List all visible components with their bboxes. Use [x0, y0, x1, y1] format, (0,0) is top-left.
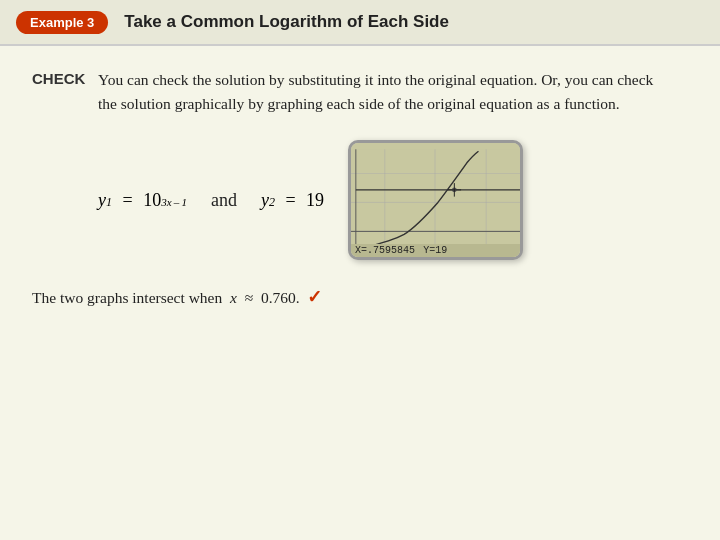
main-content: CHECK You can check the solution by subs…	[0, 46, 720, 327]
y2-subscript: 2	[269, 195, 275, 210]
footer-text: The two graphs intersect when x ≈ 0.760.…	[32, 284, 688, 311]
footer-text-before: The two graphs intersect when	[32, 289, 222, 306]
exponent-text: 3x – 1	[161, 196, 187, 208]
footer-x-var: x	[230, 289, 237, 306]
check-row: CHECK You can check the solution by subs…	[32, 68, 688, 116]
y2-value: 19	[306, 190, 324, 211]
y1-var: y	[98, 190, 106, 211]
y2-equation: y2 = 19	[261, 190, 324, 211]
calc-graph-svg	[351, 143, 520, 257]
check-text: You can check the solution by substituti…	[98, 68, 658, 116]
y1-subscript: 1	[106, 195, 112, 210]
base-ten: 10	[143, 190, 161, 211]
equation-block: y1 = 103x – 1 and y2 = 19	[98, 190, 324, 211]
header-title: Take a Common Logarithm of Each Side	[124, 12, 449, 32]
page: Example 3 Take a Common Logarithm of Eac…	[0, 0, 720, 540]
check-label: CHECK	[32, 68, 86, 87]
equation-graph-row: y1 = 103x – 1 and y2 = 19	[98, 140, 688, 260]
and-text: and	[211, 190, 237, 211]
eq-equals-1: =	[118, 190, 137, 211]
calculator-screen: X=.7595845 Y=19	[348, 140, 523, 260]
calc-screen-inner: X=.7595845 Y=19	[351, 143, 520, 257]
y1-equation: y1 = 103x – 1	[98, 190, 187, 211]
x-coord: X=.7595845	[355, 245, 415, 256]
y2-var: y	[261, 190, 269, 211]
calc-status-bar: X=.7595845 Y=19	[351, 244, 520, 257]
footer-approx: ≈	[245, 289, 254, 306]
header-bar: Example 3 Take a Common Logarithm of Eac…	[0, 0, 720, 46]
checkmark: ✓	[307, 287, 322, 307]
eq-equals-2: =	[281, 190, 300, 211]
example-badge: Example 3	[16, 11, 108, 34]
y-coord: Y=19	[423, 245, 447, 256]
svg-rect-0	[351, 149, 520, 250]
footer-value: 0.760.	[261, 289, 300, 306]
